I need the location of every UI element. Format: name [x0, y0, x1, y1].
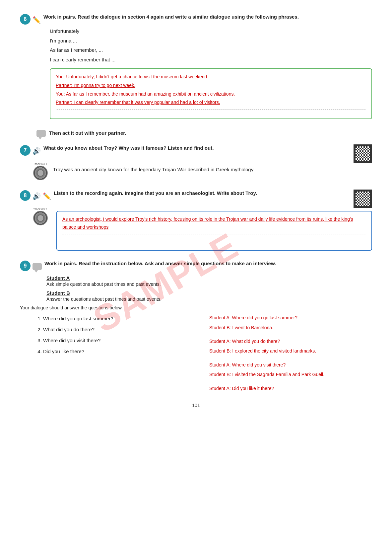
qr-code-7: [354, 144, 372, 163]
questions-list: Where did you go last summer? What did y…: [36, 313, 199, 357]
phrases-list: Unfortunately I'm gonna ... As far as I …: [50, 27, 372, 64]
your-dialogue-text: Your dialogue should answer the question…: [20, 305, 372, 310]
section9-icons: 9: [20, 261, 42, 271]
qr-code-8: [354, 190, 372, 208]
section8-content: Track 63.2 As an archeologist, i would e…: [33, 211, 372, 251]
student-a-label: Student A: [46, 275, 372, 281]
track-wrap-8: Track 63.2: [33, 211, 48, 225]
section9-number: 9: [20, 261, 31, 271]
phrase-4: I can clearly remember that ...: [50, 55, 372, 65]
section9-body: Student A Ask simple questions about pas…: [20, 275, 372, 393]
section8-number: 8: [20, 190, 31, 201]
section7-icons: 7 🔊: [20, 145, 41, 156]
answer-1a: Student A: Where did you go last summer?: [209, 313, 372, 323]
track-label-7: Track 63.1: [33, 162, 47, 166]
speaker-icon-8: 🔊: [33, 192, 41, 200]
student-a-desc: Ask simple questions about past times an…: [46, 281, 372, 287]
section6-number: 6: [20, 14, 31, 25]
section-8: 8 🔊 ✏️ Listen to the recording again. Im…: [20, 190, 372, 251]
qr-inner-7: [356, 146, 370, 161]
cd-icon-8: [33, 211, 48, 225]
section7-instruction: What do you know about Troy? Why was it …: [43, 144, 351, 152]
dotted-line-4: [62, 239, 366, 239]
phrase-1: Unfortunately: [50, 27, 372, 36]
answer-3b: Student B: I visited the Sagrada Família…: [209, 370, 372, 379]
pencil-icon-8: ✏️: [43, 192, 51, 200]
section7-header: 7 🔊 What do you know about Troy? Why was…: [20, 144, 372, 163]
two-col-layout: Where did you go last summer? What did y…: [36, 313, 372, 393]
cd-icon-7: [33, 166, 48, 180]
dialogue-line3: You: As far as I remember, the museum ha…: [56, 90, 366, 98]
section8-header: 8 🔊 ✏️ Listen to the recording again. Im…: [20, 190, 372, 208]
phrase-3: As far as I remember, ...: [50, 45, 372, 55]
track-label-8: Track 63.2: [33, 207, 47, 211]
speaker-icon-7: 🔊: [33, 147, 41, 155]
question-3: Where did you visit there?: [43, 335, 199, 346]
phrase-2: I'm gonna ...: [50, 36, 372, 46]
section-6: 6 ✏️ Work in pairs. Read the dialogue in…: [20, 13, 372, 119]
student-b-desc: Answer the questions about past times an…: [46, 296, 372, 302]
speech-bubble-icon-9: [33, 263, 42, 270]
page-number: 101: [20, 403, 372, 408]
answer-4b: Student A: Did you like it there?: [209, 384, 372, 393]
section6-icons: 6 ✏️: [20, 14, 41, 25]
student-b-label: Student B: [46, 290, 372, 296]
dotted-line-1: [56, 109, 366, 110]
section9-instruction: Work in pairs. Read the instruction belo…: [44, 260, 276, 268]
answer-2b: Student B: I explored the city and visit…: [209, 346, 372, 356]
dialogue-line4: Partner: I can clearly remember that it …: [56, 99, 366, 107]
question-2: What did you do there?: [43, 324, 199, 335]
questions-col: Where did you go last summer? What did y…: [36, 313, 199, 393]
speech-bubble-icon: [36, 130, 46, 137]
section6-dialogue-box: You: Unfortunately, I didn't get a chanc…: [50, 68, 372, 119]
answer-2a: Student A: What did you do there?: [209, 337, 372, 346]
troy-text: Troy was an ancient city known for the l…: [53, 166, 253, 174]
section6-header: 6 ✏️ Work in pairs. Read the dialogue in…: [20, 13, 372, 25]
answer-1b: Student B: I went to Barcelona.: [209, 323, 372, 333]
qr-inner-8: [356, 192, 370, 206]
section-9: 9 Work in pairs. Read the instruction be…: [20, 260, 372, 393]
question-4: Did you like there?: [43, 346, 199, 357]
dotted-line-2: [56, 113, 366, 113]
dialogue-line2: Partner: I'm gonna try to go next week.: [56, 82, 366, 90]
section8-answer-box: As an archeologist, i would explore Troy…: [56, 211, 372, 251]
pencil-icon: ✏️: [33, 16, 41, 24]
section7-number: 7: [20, 145, 31, 156]
section8-sample-text: As an archeologist, i would explore Troy…: [62, 215, 366, 231]
then-act-row: Then act it out with your partner.: [36, 128, 372, 137]
section9-header: 9 Work in pairs. Read the instruction be…: [20, 260, 372, 271]
dialogue-line1: You: Unfortunately, I didn't get a chanc…: [56, 73, 366, 81]
section8-icons: 8 🔊 ✏️: [20, 190, 51, 201]
section8-instruction: Listen to the recording again. Imagine t…: [54, 190, 351, 197]
question-1: Where did you go last summer?: [43, 313, 199, 324]
answer-3a: Student A: Where did you visit there?: [209, 360, 372, 370]
answers-col: Student A: Where did you go last summer?…: [209, 313, 372, 393]
then-act-text: Then act it out with your partner.: [49, 130, 126, 136]
track-wrap-7: Track 63.1: [33, 166, 48, 180]
section-7: 7 🔊 What do you know about Troy? Why was…: [20, 144, 372, 180]
section7-content: Track 63.1 Troy was an ancient city know…: [33, 166, 372, 180]
dotted-line-3: [62, 234, 366, 234]
section6-instruction: Work in pairs. Read the dialogue in sect…: [43, 13, 299, 21]
